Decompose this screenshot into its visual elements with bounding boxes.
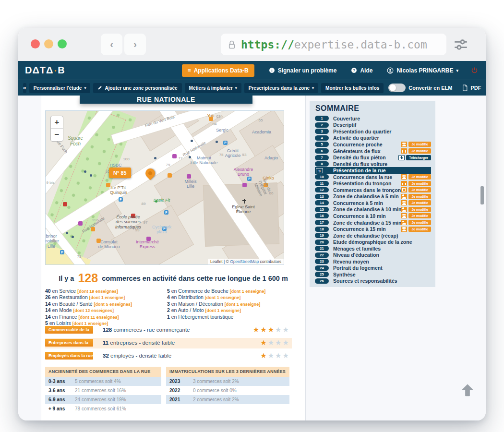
sommaire-item-10[interactable]: 10Concurrence dans la rueJe modifie: [315, 174, 431, 180]
modify-button[interactable]: Je modifie: [408, 213, 431, 218]
poi-icon: [66, 232, 68, 234]
sommaire-item-number: 14: [315, 200, 329, 205]
rating-chip: Entreprises dans la rue: [45, 339, 93, 347]
sommaire-item-13[interactable]: 13Zone de chalandise à 5 minJe modifie: [315, 193, 431, 200]
modify-button[interactable]: Je modifie: [408, 220, 431, 225]
map-label: 66: [269, 191, 274, 195]
sommaire-item-5[interactable]: 5Concurrence procheJe modifie: [315, 141, 431, 148]
applications-button[interactable]: ≡ Applications Data-B: [182, 64, 254, 77]
sommaire-item-8[interactable]: 8Densité du flux voiture: [315, 161, 431, 168]
sommaire-item-4[interactable]: 4Activité du quartier: [315, 135, 431, 142]
osm-link[interactable]: OpenStreetMap: [230, 259, 259, 264]
map-zoom-control: + −: [50, 116, 63, 142]
sommaire-item-21[interactable]: 21Ménages et familles: [315, 245, 431, 252]
star-rating: ★★★★★: [253, 325, 290, 334]
prescripteurs-button[interactable]: Prescripteurs dans la zone▾: [244, 83, 318, 93]
sommaire-item-6[interactable]: 6Générateurs de fluxJe modifie: [315, 148, 431, 155]
sommaire-item-label: Ménages et familles: [333, 246, 431, 252]
table-cell-label: 3-6 ans: [45, 386, 75, 395]
modify-button[interactable]: Je modifie: [408, 148, 431, 154]
modify-button[interactable]: Je modifie: [408, 174, 431, 180]
browser-forward-button[interactable]: ›: [124, 34, 146, 55]
modify-button[interactable]: Je modifie: [408, 142, 431, 147]
metiers-label: Métiers à implanter: [189, 85, 233, 91]
sommaire-item-actions: Je modifie: [401, 142, 431, 147]
sommaire-item-22[interactable]: 22Niveau d'éducation: [315, 252, 431, 258]
map-label: Square Foch: [68, 135, 83, 146]
rating-value: 11 entreprises - densité faible: [103, 340, 175, 346]
sommaire-item-15[interactable]: 15Zone de chalandise à 10 minJe modifie: [315, 206, 431, 213]
modify-button[interactable]: Je modifie: [408, 187, 431, 192]
pdf-button[interactable]: PDF: [462, 84, 481, 91]
help-label: Aide: [360, 67, 372, 74]
add-custom-zone-button[interactable]: Ajouter une zone personnalisée: [93, 83, 181, 93]
modify-button[interactable]: Je modifie: [408, 200, 431, 205]
help-link[interactable]: ? Aide: [351, 67, 372, 74]
data-b-logo[interactable]: DΔTΔ•B: [25, 65, 65, 76]
table-row: 20233 commerces soit 2%: [166, 377, 289, 386]
sommaire-item-14[interactable]: 14Concurrence à 5 minJe modifie: [315, 200, 431, 206]
report-problem-link[interactable]: Signaler un problème: [269, 67, 337, 74]
map-label: Cyclopark plaza: [152, 225, 171, 235]
modify-button[interactable]: Je modifie: [408, 194, 431, 199]
map-label: École privée des sciences informatiques: [115, 215, 141, 229]
map-label: Acadomia: [252, 130, 271, 134]
modify-button[interactable]: Je modifie: [408, 227, 431, 232]
metiers-button[interactable]: Métiers à implanter▾: [185, 83, 241, 93]
chevron-left-icon: ‹: [110, 39, 113, 50]
zoom-out-button[interactable]: −: [51, 129, 63, 141]
collapse-toolbar-button[interactable]: «: [23, 83, 26, 93]
sommaire-item-2[interactable]: 2Descriptif: [315, 122, 431, 129]
sommaire-item-label: Générateurs de flux: [333, 148, 401, 154]
sommaire-item-23[interactable]: 23Revenu moyen: [315, 258, 431, 265]
double-chevron-left-icon: «: [23, 84, 26, 91]
sommaire-item-label: Sources et responsabilités: [333, 278, 431, 284]
show-info-bubbles-button[interactable]: Montrer les bulles infos: [321, 83, 384, 93]
download-button[interactable]: Télécharger: [406, 155, 431, 160]
user-menu[interactable]: Nicolas PRINGARBE ▾: [387, 67, 458, 74]
star-icon: ★: [260, 351, 267, 360]
sommaire-item-19[interactable]: 19Zone de chalandise (récap): [315, 232, 431, 239]
sommaire-item-9[interactable]: 9Présentation de la rue: [315, 167, 431, 174]
address-bar[interactable]: https://expertise.data-b.com: [221, 34, 446, 55]
logout-power-icon[interactable]: [471, 67, 478, 74]
scroll-to-top-button[interactable]: [460, 383, 475, 398]
sommaire-item-18[interactable]: 18Concurrence à 15 minJe modifie: [315, 226, 431, 232]
browser-back-button[interactable]: ‹: [101, 34, 122, 55]
sommaire-item-17[interactable]: 17Zone de chalandise à 15 minJe modifie: [315, 219, 431, 226]
map-label: Alexandre Bruno: [234, 167, 253, 177]
sommaire-item-16[interactable]: 16Concurrence à 10 minJe modifie: [315, 213, 431, 219]
modify-button[interactable]: Je modifie: [408, 207, 431, 212]
personalize-study-button[interactable]: Personnaliser l'étude▾: [29, 83, 91, 93]
maximize-window-button[interactable]: [58, 39, 67, 48]
category-item: 26 en Restauration [dont 1 enseigne]: [45, 294, 165, 300]
modify-button[interactable]: Je modifie: [408, 181, 431, 186]
sommaire-item-26[interactable]: 26Sources et responsabilités: [315, 278, 431, 285]
leaflet-link[interactable]: Leaflet: [210, 259, 223, 264]
browser-settings-icon[interactable]: [453, 36, 469, 53]
map-label: 75: [219, 153, 224, 157]
sommaire-item-3[interactable]: 3Présentation du quartier: [315, 128, 431, 135]
sommaire-item-20[interactable]: 20Etude démographique de la zone: [315, 239, 431, 245]
minimize-window-button[interactable]: [44, 39, 53, 48]
sommaire-item-1[interactable]: 1Couverture: [315, 115, 431, 122]
sommaire-item-24[interactable]: 24Portrait du logement: [315, 265, 431, 272]
attribution-separator: | ©: [223, 259, 230, 264]
page-scrollbar-thumb[interactable]: [480, 186, 484, 204]
sommaire-item-11[interactable]: 11Présentation du tronçonJe modifie: [315, 180, 431, 187]
building-icon: [401, 187, 407, 192]
close-window-button[interactable]: [31, 39, 40, 48]
page-content: RUE NATIONALE: [18, 96, 486, 420]
sommaire-item-25[interactable]: 25Synthèse: [315, 271, 431, 278]
sommaire-item-12[interactable]: 12Commerces dans le tronçonJe modifie: [315, 187, 431, 193]
sommaire-item-number: 26: [315, 278, 329, 284]
convert-elm-toggle[interactable]: [388, 84, 406, 92]
star-icon: ★: [268, 338, 275, 347]
sommaire-item-7[interactable]: 7Densité du flux piétonTélécharger: [315, 154, 431, 161]
zoom-in-button[interactable]: +: [51, 116, 63, 129]
table-cell-label: 2021: [166, 395, 193, 404]
star-icon: ★: [275, 325, 282, 334]
chevron-down-icon: ▾: [456, 68, 458, 73]
street-map[interactable]: Avenue FochRue du Vert BoisRue Nationale…: [45, 110, 284, 265]
category-item: 14 en Beauté / Santé [dont 5 enseignes]: [45, 301, 165, 307]
